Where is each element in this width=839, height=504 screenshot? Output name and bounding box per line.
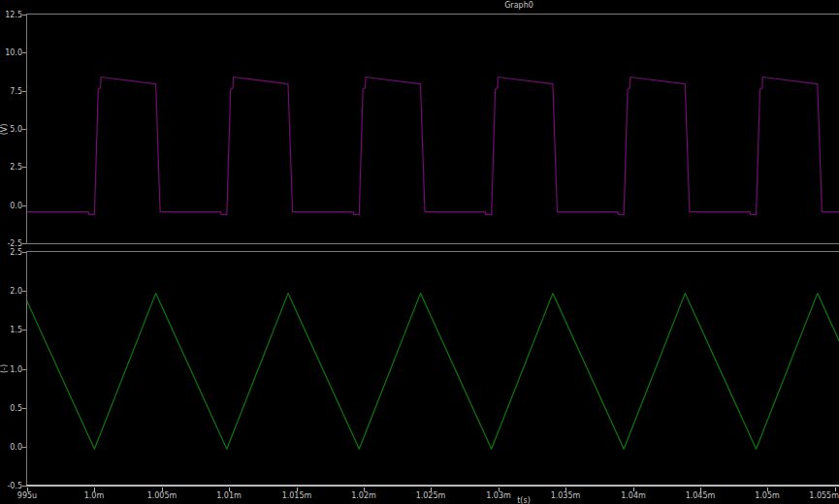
y-tick-mark [22,291,26,292]
top-plot-area [27,15,839,243]
y-tick-mark [22,52,26,53]
graph-window: Graph0 (V) (-) 12.510.07.55.02.50.0-2.5 … [0,0,839,504]
y-tick-mark [22,369,26,370]
y-tick-mark [22,205,26,206]
y-tick-label: 7.5 [0,87,22,96]
y-tick-label: 0.5 [0,404,22,413]
y-tick-label: 0.0 [0,443,22,452]
x-tick-label: 1.035m [544,491,587,500]
y-tick-mark [22,243,26,244]
x-tick-label: 1.025m [409,491,452,500]
y-tick-mark [22,129,26,130]
triangle-wave-trace[interactable] [27,294,839,450]
y-tick-mark [22,167,26,168]
y-tick-mark [22,486,26,487]
x-tick-label: 1.005m [141,491,183,500]
y-tick-label: 0.0 [0,202,22,210]
x-tick-label: 1.01m [208,491,250,500]
y-tick-label: 12.5 [0,11,22,19]
y-tick-label: -2.5 [0,239,22,248]
y-tick-mark [22,91,26,92]
y-tick-mark [22,447,26,448]
y-tick-label: -0.5 [0,482,22,490]
x-tick-label: 1.05m [746,491,789,500]
y-tick-label: 2.0 [0,287,22,296]
y-tick-label: 2.5 [0,163,22,172]
x-tick-label: 1.055m [796,491,839,500]
top-panel-bottom-border [26,243,839,244]
y-tick-label: 10.0 [0,48,22,57]
y-tick-mark [22,252,26,253]
x-axis-unit-label: t(s) [504,496,543,504]
y-tick-mark [22,408,26,409]
x-tick-label: 1.04m [612,491,655,500]
x-tick-label: 1.015m [275,491,318,500]
square-wave-output-trace[interactable] [27,78,839,215]
x-tick-label: 995u [6,491,48,500]
y-tick-mark [22,15,26,16]
x-tick-label: 1.0m [73,491,115,500]
y-tick-label: 5.0 [0,125,22,134]
x-tick-label: 1.045m [679,491,722,500]
y-tick-label: 2.5 [0,248,22,257]
y-tick-mark [22,330,26,331]
x-tick-label: 1.02m [342,491,385,500]
y-tick-label: 1.5 [0,326,22,334]
bottom-plot-area [27,252,839,486]
y-tick-label: 1.0 [0,365,22,374]
graph-title: Graph0 [490,1,548,10]
